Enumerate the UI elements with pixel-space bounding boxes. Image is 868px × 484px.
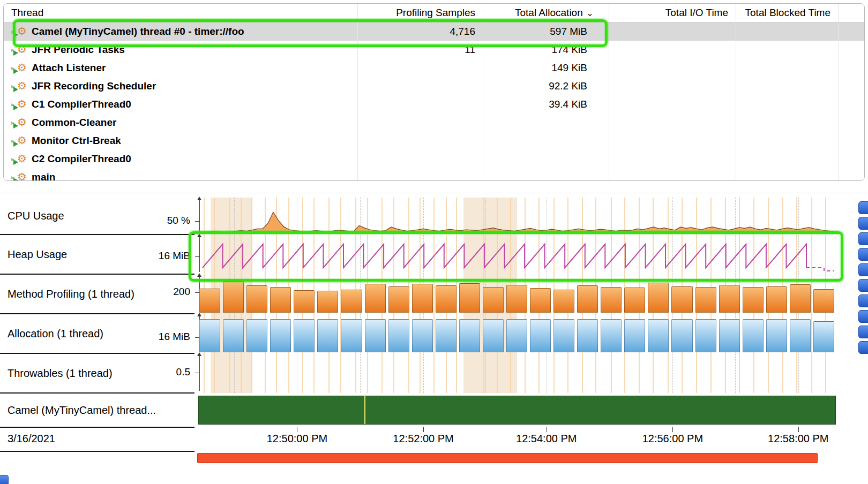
- running-thread-icon: [13, 141, 18, 147]
- total-allocation-value: 149 KiB: [483, 59, 609, 77]
- thread-name-cell: ▸ ⚙ C1 CompilerThread0: [4, 95, 357, 114]
- bar: [601, 319, 622, 352]
- column-header-total-io-time[interactable]: Total I/O Time: [609, 4, 736, 22]
- lane-separator: [0, 451, 194, 452]
- heap-usage-chart[interactable]: [198, 235, 836, 274]
- table-row[interactable]: ▸ ⚙ Attach Listener 149 KiB: [4, 59, 864, 77]
- thread-gear-icon: ⚙: [16, 99, 28, 110]
- bar: [553, 319, 574, 352]
- table-row[interactable]: ▸ ⚙ Camel (MyTinyCamel) thread #0 - time…: [4, 22, 864, 41]
- running-thread-icon: [13, 160, 18, 165]
- thread-gear-icon: ⚙: [16, 62, 28, 74]
- lane-label-cpu-usage: CPU Usage: [8, 198, 64, 235]
- bar: [766, 319, 787, 352]
- chart-toolbar-button[interactable]: [858, 232, 868, 245]
- thread-name-cell: ▸ ⚙ Common-Cleaner: [4, 114, 357, 132]
- profiling-samples-value: 4,716: [357, 22, 483, 41]
- column-header-label: Total Allocation: [515, 7, 583, 19]
- chart-toolbar-button[interactable]: [858, 326, 868, 338]
- bar: [695, 287, 716, 313]
- bar: [743, 287, 764, 313]
- thread-gear-icon: ⚙: [16, 135, 28, 147]
- thread-activity-band[interactable]: [198, 396, 836, 425]
- bar: [790, 284, 811, 313]
- thread-gear-icon: ⚙: [16, 171, 28, 181]
- method-profiling-chart[interactable]: [198, 274, 836, 314]
- lane-label-heap-usage: Heap Usage: [8, 235, 67, 274]
- thread-name-cell: ▸ ⚙ Camel (MyTinyCamel) thread #0 - time…: [4, 22, 357, 41]
- bar: [577, 285, 598, 313]
- thread-name-cell: ▸ ⚙ JFR Recording Scheduler: [4, 77, 357, 95]
- total-io-time-value: [609, 95, 736, 114]
- column-header-total-allocation[interactable]: Total Allocation ⌄: [483, 4, 609, 22]
- chart-toolbar-button[interactable]: [858, 248, 868, 261]
- thread-name: main: [32, 171, 55, 181]
- profiling-samples-value: [357, 168, 483, 181]
- total-allocation-value: 39.4 KiB: [483, 95, 609, 114]
- bar: [341, 290, 362, 313]
- thread-table-body: ▸ ⚙ Camel (MyTinyCamel) thread #0 - time…: [4, 22, 864, 181]
- chart-toolbar-button[interactable]: [858, 217, 868, 230]
- bar: [294, 319, 315, 352]
- bar: [648, 283, 669, 313]
- running-thread-icon: [13, 123, 18, 128]
- spacer-cell: [838, 168, 864, 181]
- table-row[interactable]: ▸ ⚙ C1 CompilerThread0 39.4 KiB: [4, 95, 864, 114]
- spacer-cell: [838, 41, 864, 59]
- thread-table-header: Thread Profiling Samples Total Allocatio…: [4, 4, 864, 22]
- thread-name-cell: ▸ ⚙ main: [4, 168, 357, 181]
- cpu-usage-chart[interactable]: [198, 198, 836, 235]
- bar: [577, 319, 598, 352]
- y-axis-tick: [195, 373, 200, 373]
- bar: [483, 287, 504, 313]
- spacer-cell: [838, 22, 864, 41]
- chart-toolbar-button[interactable]: [858, 279, 868, 292]
- lane-separator: [0, 427, 194, 428]
- axis-value-method-profiling-1-thread: 200: [107, 286, 190, 298]
- running-thread-icon: [13, 105, 18, 110]
- table-row[interactable]: ▸ ⚙ Common-Cleaner: [4, 114, 864, 132]
- y-axis: [199, 356, 200, 391]
- time-tick-label: 12:54:00 PM: [516, 433, 577, 445]
- axis-value-cpu-usage: 50 %: [107, 215, 190, 226]
- profiler-window: Thread Profiling Samples Total Allocatio…: [0, 0, 868, 484]
- chart-toolbar-button[interactable]: [858, 310, 868, 323]
- bar: [719, 285, 740, 313]
- chart-toolbar-button[interactable]: [858, 263, 868, 276]
- total-blocked-time-value: [736, 168, 838, 181]
- bar: [483, 319, 504, 352]
- thread-table-panel: Thread Profiling Samples Total Allocatio…: [3, 3, 865, 181]
- table-row[interactable]: ▸ ⚙ Monitor Ctrl-Break: [4, 132, 864, 150]
- spacer-cell: [838, 95, 864, 114]
- total-io-time-value: [609, 77, 736, 95]
- thread-name-cell: ▸ ⚙ JFR Periodic Tasks: [4, 41, 357, 59]
- column-header-thread[interactable]: Thread: [4, 4, 357, 22]
- allocation-chart[interactable]: [198, 314, 836, 353]
- total-io-time-value: [609, 132, 736, 150]
- corner-button[interactable]: [0, 475, 9, 484]
- column-header-total-blocked-time[interactable]: Total Blocked Time: [736, 4, 838, 22]
- lane-label-allocation-1-thread: Allocation (1 thread): [8, 314, 103, 353]
- bar: [624, 319, 645, 352]
- table-row[interactable]: ▸ ⚙ main: [4, 168, 864, 181]
- bar: [790, 319, 811, 352]
- column-header-spacer: [838, 4, 864, 22]
- thread-gear-icon: ⚙: [16, 26, 28, 37]
- chart-toolbar-button[interactable]: [858, 294, 868, 307]
- chart-toolbar-button[interactable]: [858, 341, 868, 354]
- bar: [246, 319, 267, 352]
- profiling-samples-value: [357, 95, 483, 114]
- bar: [317, 291, 338, 313]
- chart-toolbar-button[interactable]: [858, 201, 868, 214]
- time-axis-tick: [672, 427, 673, 432]
- thread-name: JFR Periodic Tasks: [32, 44, 125, 56]
- range-selector-bar[interactable]: [197, 453, 818, 463]
- total-allocation-value: 92.2 KiB: [483, 77, 609, 95]
- table-row[interactable]: ▸ ⚙ JFR Recording Scheduler 92.2 KiB: [4, 77, 864, 95]
- bar: [223, 319, 244, 352]
- table-row[interactable]: ▸ ⚙ JFR Periodic Tasks 11 174 KiB: [4, 41, 864, 59]
- table-row[interactable]: ▸ ⚙ C2 CompilerThread0: [4, 150, 864, 168]
- bar: [719, 319, 740, 352]
- bar: [341, 319, 362, 352]
- column-header-profiling-samples[interactable]: Profiling Samples: [357, 4, 483, 22]
